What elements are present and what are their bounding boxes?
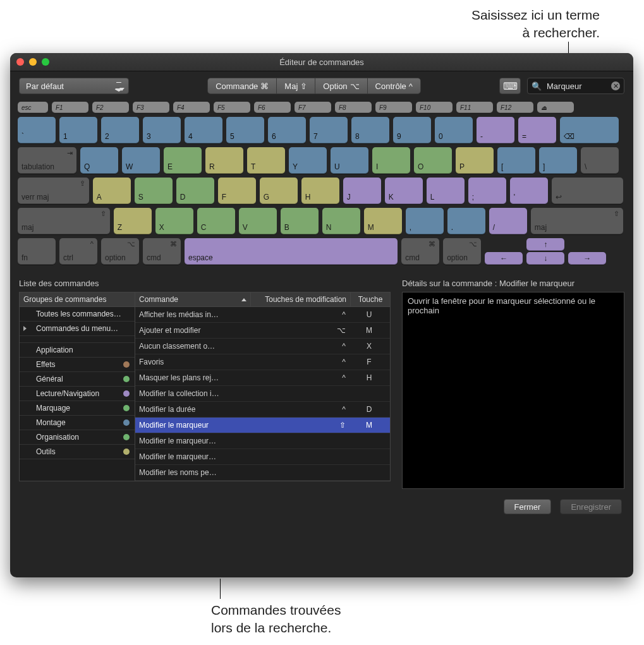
key-f2[interactable]: F2 (92, 102, 129, 113)
key-tabulation[interactable]: tabulation⇥ (18, 147, 76, 174)
key-/[interactable]: / (489, 208, 527, 234)
key-fn[interactable]: fn (18, 238, 56, 265)
key-q[interactable]: Q (80, 147, 118, 174)
close-button[interactable]: Fermer (504, 499, 552, 514)
key-4[interactable]: 4 (185, 117, 222, 143)
key-2[interactable]: 2 (101, 117, 139, 143)
key-;[interactable]: ; (468, 178, 506, 204)
key-v[interactable]: V (239, 208, 277, 234)
group-item[interactable]: Effets (20, 358, 135, 372)
key-f7[interactable]: F7 (295, 102, 331, 113)
key--[interactable]: - (477, 117, 514, 143)
group-item[interactable]: Toutes les commandes… (20, 307, 135, 322)
key-j[interactable]: J (343, 178, 381, 204)
col-command[interactable]: Commande (135, 292, 251, 306)
key-h[interactable]: H (301, 178, 339, 204)
key-f[interactable]: F (218, 178, 256, 204)
mod-command-button[interactable]: Commande ⌘ (208, 78, 277, 93)
col-modifiers[interactable]: Touches de modification (251, 292, 351, 306)
command-row[interactable]: Modifier le marqueur… (135, 433, 390, 449)
key-'[interactable]: ' (510, 178, 548, 204)
key-f8[interactable]: F8 (335, 102, 372, 113)
group-item[interactable]: Application (20, 343, 135, 358)
key-↩[interactable]: ↩ (552, 178, 623, 204)
clear-search-icon[interactable]: ✕ (611, 81, 620, 90)
key-=[interactable]: = (518, 117, 556, 143)
key-←[interactable]: ← (485, 252, 523, 265)
key-r[interactable]: R (205, 147, 243, 174)
key-t[interactable]: T (247, 147, 285, 174)
key-5[interactable]: 5 (226, 117, 264, 143)
key-f6[interactable]: F6 (254, 102, 291, 113)
key-f5[interactable]: F5 (214, 102, 250, 113)
key-k[interactable]: K (385, 178, 423, 204)
key-option[interactable]: option⌥ (101, 238, 139, 265)
key-0[interactable]: 0 (435, 117, 473, 143)
key-8[interactable]: 8 (351, 117, 389, 143)
group-item[interactable]: Commandes du menu… (20, 322, 135, 336)
key-f9[interactable]: F9 (375, 102, 412, 113)
key-e[interactable]: E (164, 147, 202, 174)
key-w[interactable]: W (122, 147, 160, 174)
key-cmd[interactable]: cmd⌘ (143, 238, 181, 265)
command-row[interactable]: Modifier le marqueur⇧M (135, 418, 390, 433)
key-f11[interactable]: F11 (456, 102, 493, 113)
command-row[interactable]: Modifier les noms pe… (135, 465, 390, 481)
group-item[interactable]: Lecture/Navigation (20, 387, 135, 401)
key-p[interactable]: P (456, 147, 494, 174)
key-⌫[interactable]: ⌫ (560, 117, 619, 143)
key-o[interactable]: O (414, 147, 452, 174)
command-row[interactable]: Aucun classement o…^X (135, 339, 390, 354)
key-f3[interactable]: F3 (133, 102, 169, 113)
key-7[interactable]: 7 (310, 117, 348, 143)
search-input[interactable] (545, 81, 607, 92)
key-option[interactable]: option⌥ (443, 238, 481, 265)
key-→[interactable]: → (568, 252, 606, 265)
key-f12[interactable]: F12 (497, 102, 533, 113)
group-item[interactable]: Organisation (20, 430, 135, 445)
key-l[interactable]: L (427, 178, 465, 204)
key-m[interactable]: M (364, 208, 402, 234)
command-row[interactable]: Masquer les plans rej…^H (135, 370, 390, 386)
preset-select[interactable]: Par défaut (19, 78, 129, 94)
key-[[interactable]: [ (497, 147, 535, 174)
key-s[interactable]: S (135, 178, 173, 204)
key-u[interactable]: U (331, 147, 368, 174)
key-.[interactable]: . (447, 208, 485, 234)
command-row[interactable]: Favoris^F (135, 354, 390, 370)
group-item[interactable]: Marquage (20, 401, 135, 416)
key-down[interactable]: ↓ (526, 252, 564, 265)
save-button[interactable]: Enregistrer (560, 499, 622, 514)
mod-control-button[interactable]: Contrôle ^ (368, 78, 420, 93)
group-item[interactable]: Outils (20, 445, 135, 459)
key-espace[interactable]: espace (185, 238, 398, 265)
key-z[interactable]: Z (114, 208, 152, 234)
command-row[interactable]: Modifier la durée^D (135, 402, 390, 418)
key-x[interactable]: X (155, 208, 193, 234)
key-cmd[interactable]: cmd⌘ (401, 238, 439, 265)
key-maj[interactable]: maj⇧ (531, 208, 623, 234)
key-6[interactable]: 6 (268, 117, 306, 143)
group-item[interactable]: Général (20, 372, 135, 387)
col-key[interactable]: Touche (351, 292, 390, 306)
key-g[interactable]: G (260, 178, 298, 204)
key-esc[interactable]: esc (18, 102, 48, 113)
command-row[interactable]: Modifier la collection i… (135, 386, 390, 402)
key-c[interactable]: C (197, 208, 235, 234)
key-`[interactable]: ` (18, 117, 56, 143)
key-f1[interactable]: F1 (52, 102, 88, 113)
key-f4[interactable]: F4 (173, 102, 210, 113)
key-1[interactable]: 1 (59, 117, 97, 143)
key-⏏[interactable]: ⏏ (537, 102, 574, 113)
mod-option-button[interactable]: Option ⌥ (315, 78, 367, 93)
key-verr maj[interactable]: verr maj⇪ (18, 178, 89, 204)
key-f10[interactable]: F10 (416, 102, 453, 113)
key-d[interactable]: D (176, 178, 214, 204)
key-n[interactable]: N (322, 208, 360, 234)
key-b[interactable]: B (281, 208, 319, 234)
command-row[interactable]: Modifier le marqueur… (135, 449, 390, 465)
key-i[interactable]: I (372, 147, 410, 174)
command-row[interactable]: Afficher les médias in…^U (135, 307, 390, 323)
key-↑↓[interactable]: ↑↓ (526, 238, 564, 265)
key-\[interactable]: \ (581, 147, 619, 174)
